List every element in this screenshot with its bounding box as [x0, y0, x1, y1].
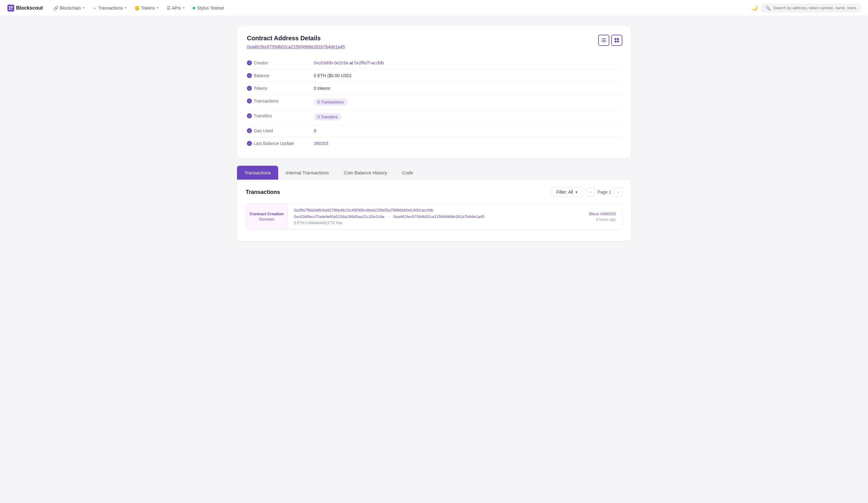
tab-code[interactable]: Code	[395, 166, 421, 180]
svg-rect-9	[614, 41, 617, 42]
balance-label: i Balance	[247, 73, 309, 78]
tokens-value: 0 tokens	[314, 86, 621, 91]
tx-type-badge: Contract Creation Success	[246, 203, 288, 230]
block-number-link[interactable]: 390203	[314, 141, 328, 146]
info-icon: i	[247, 86, 252, 91]
tx-details: 0x2ffa7f8a0d9fc6a9278bb4b13c49f306c46eb2…	[288, 203, 572, 230]
nav-tokens[interactable]: 🪙 Tokens ▼	[131, 4, 162, 12]
list-icon	[601, 38, 607, 43]
svg-rect-7	[614, 38, 617, 40]
creator-tx-link[interactable]: 0x2ffa7f-accfdb	[354, 60, 384, 65]
tx-type-label: Contract Creation	[250, 211, 284, 216]
contract-details-card: Contract Address Details 0xa461fec87594b…	[237, 26, 631, 158]
nav-transactions[interactable]: ↔ Transactions ▼	[90, 4, 131, 12]
navbar: Blockscout 🔗 Blockchain ▼ ↔ Transactions…	[0, 0, 868, 16]
grid-view-button[interactable]	[611, 35, 622, 46]
page-title: Contract Address Details	[247, 35, 621, 42]
chevron-down-icon: ▼	[124, 6, 127, 10]
gas-used-row: i Gas Used 0	[247, 125, 621, 137]
transactions-badge[interactable]: 0 Transactions	[314, 98, 348, 106]
list-view-button[interactable]	[598, 35, 609, 46]
page-label: Page 1	[598, 190, 611, 195]
transactions-panel: Transactions Filter: All ▼ ‹ Page 1 ›	[237, 180, 631, 241]
search-bar[interactable]: 🔍	[762, 4, 860, 12]
info-icon: i	[247, 113, 252, 118]
transactions-title: Transactions	[246, 189, 280, 196]
logo-icon	[8, 4, 14, 11]
tab-transactions[interactable]: Transactions	[237, 166, 278, 180]
balance-row: i Balance 0 ETH ($0.00 USD)	[247, 70, 621, 82]
link-icon: 🔗	[53, 6, 59, 11]
svg-rect-3	[11, 8, 13, 10]
tabs-header: Transactions Internal Transactions Coin …	[237, 166, 631, 180]
tx-time: 9 hours ago	[596, 218, 616, 222]
svg-rect-0	[9, 6, 11, 8]
info-icon: i	[247, 128, 252, 133]
svg-rect-5	[602, 40, 606, 41]
transactions-value: 0 Transactions	[314, 98, 621, 106]
balance-value: 0 ETH ($0.00 USD)	[314, 73, 621, 78]
transactions-header: Transactions Filter: All ▼ ‹ Page 1 ›	[246, 187, 622, 197]
arrow-icon: →	[387, 214, 391, 219]
search-icon: 🔍	[765, 6, 771, 11]
last-balance-row: i Last Balance Update 390203	[247, 137, 621, 150]
tx-to-address[interactable]: 0xa461fec87594b02ca215bf4988e261b7b4de1a…	[393, 214, 485, 219]
table-row: Contract Creation Success 0x2ffa7f8a0d9f…	[246, 203, 622, 230]
transfers-value: 0 Transfers	[314, 113, 621, 120]
transfers-row: i Transfers 0 Transfers	[247, 109, 621, 125]
last-balance-label: i Last Balance Update	[247, 141, 309, 146]
apis-icon: ☰	[167, 6, 171, 11]
nav-blockchain[interactable]: 🔗 Blockchain ▼	[50, 4, 88, 12]
transfers-badge[interactable]: 0 Transfers	[314, 113, 341, 120]
chevron-down-icon: ▼	[82, 6, 85, 10]
creator-value: 0xc03d0b-0e2c9a at 0x2ffa7f-accfdb	[314, 60, 621, 65]
brand[interactable]: Blockscout	[8, 4, 43, 11]
grid-icon	[614, 38, 620, 43]
creator-row: i Creator 0xc03d0b-0e2c9a at 0x2ffa7f-ac…	[247, 57, 621, 70]
nav-apis[interactable]: ☰ APIs ▼	[164, 4, 188, 12]
transactions-label: i Transactions	[247, 98, 309, 103]
info-icon: i	[247, 73, 252, 78]
search-input[interactable]	[773, 6, 857, 10]
info-icon: i	[247, 141, 252, 146]
tabs-section: Transactions Internal Transactions Coin …	[237, 166, 631, 241]
tab-internal-transactions[interactable]: Internal Transactions	[278, 166, 336, 180]
next-page-button[interactable]: ›	[614, 188, 622, 196]
tx-meta: Block #390203 9 hours ago	[572, 203, 622, 230]
tokens-row: i Tokens 0 tokens	[247, 82, 621, 95]
svg-rect-1	[11, 6, 13, 8]
brand-name: Blockscout	[16, 5, 43, 11]
last-balance-value: 390203	[314, 141, 621, 146]
creator-address-link[interactable]: 0xc03d0b-0e2c9a	[314, 60, 348, 65]
tx-fee: 0 ETH 0.0004444913 TX Fee	[294, 221, 566, 225]
nav-items: 🔗 Blockchain ▼ ↔ Transactions ▼ 🪙 Tokens…	[50, 4, 748, 12]
network-indicator: Stylus Testnet	[189, 4, 227, 12]
svg-rect-2	[9, 8, 11, 10]
tx-from-address[interactable]: 0xc03d0bccf7ade9ef0a5158a299d5aa21c20e2c…	[294, 214, 384, 219]
tx-controls: Filter: All ▼ ‹ Page 1 ›	[552, 187, 622, 197]
tx-from-to: 0xc03d0bccf7ade9ef0a5158a299d5aa21c20e2c…	[294, 214, 566, 219]
info-icon: i	[247, 98, 252, 103]
transfers-label: i Transfers	[247, 113, 309, 118]
tx-block-link[interactable]: Block #390203	[589, 211, 616, 216]
gas-used-value: 0	[314, 128, 621, 133]
chevron-down-icon: ▼	[156, 6, 159, 10]
tab-coin-balance-history[interactable]: Coin Balance History	[337, 166, 395, 180]
filter-button[interactable]: Filter: All ▼	[552, 187, 583, 197]
chevron-down-icon: ▼	[575, 190, 578, 194]
contract-address-link[interactable]: 0xa461fec87594b02ca215bf4988e261b7b4de1a…	[247, 44, 345, 49]
pagination: ‹ Page 1 ›	[586, 188, 622, 196]
tx-hash-link[interactable]: 0x2ffa7f8a0d9fc6a9278bb4b13c49f306c46eb2…	[294, 208, 566, 212]
gas-used-label: i Gas Used	[247, 128, 309, 133]
transactions-icon: ↔	[93, 6, 97, 11]
tx-status-label: Success	[259, 217, 274, 221]
svg-rect-8	[617, 38, 619, 40]
tokens-icon: 🪙	[134, 6, 140, 11]
network-status-dot	[193, 7, 195, 9]
svg-rect-10	[617, 41, 619, 42]
theme-toggle-button[interactable]: 🌙	[750, 4, 759, 12]
nav-actions: 🌙 🔍	[750, 4, 860, 12]
details-table: i Creator 0xc03d0b-0e2c9a at 0x2ffa7f-ac…	[247, 57, 621, 150]
svg-rect-4	[602, 39, 606, 39]
prev-page-button[interactable]: ‹	[586, 188, 595, 196]
